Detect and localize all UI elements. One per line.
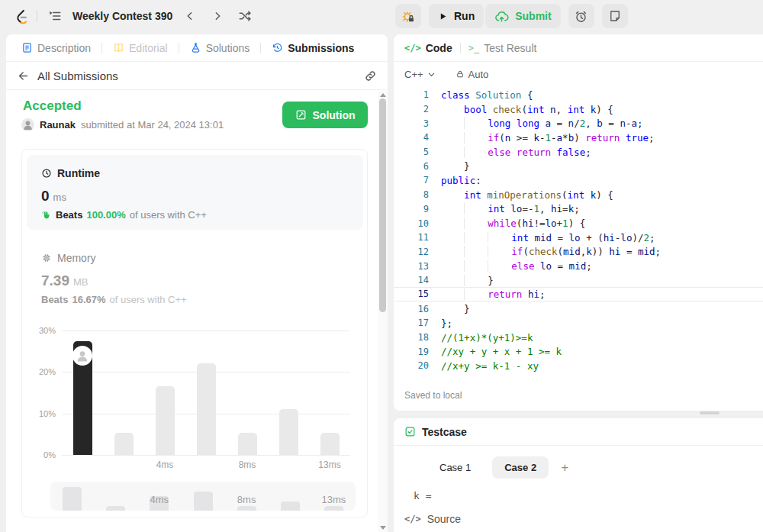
runtime-distribution-minichart[interactable]: 4ms8ms13ms: [50, 482, 356, 511]
case-2-tab[interactable]: Case 2: [492, 456, 549, 479]
auto-format-toggle[interactable]: Auto: [456, 69, 489, 80]
chart-gridline: [62, 330, 350, 331]
distribution-bar[interactable]: [114, 433, 134, 455]
editorial-icon: [113, 42, 124, 53]
code-line[interactable]: 19//xy + y + x + 1 >= k: [394, 344, 763, 359]
testcase-title: Testcase: [422, 426, 467, 438]
distribution-bar[interactable]: [279, 409, 298, 455]
line-number: 13: [394, 261, 429, 272]
code-editor[interactable]: 1class Solution {2 bool check(int n, int…: [394, 88, 763, 373]
prev-problem-icon[interactable]: [180, 6, 200, 26]
mini-distribution-bar: [237, 506, 256, 511]
line-number: 6: [394, 161, 429, 172]
code-line[interactable]: 20//x+y >= k-1 - xy: [394, 359, 763, 373]
code-line[interactable]: 2 bool check(int n, int k) {: [394, 102, 763, 117]
runtime-beats-suffix: of users with C++: [130, 209, 207, 221]
memory-stat-block[interactable]: Memory 7.39 MB Beats 16.67% of users wit…: [27, 240, 363, 310]
add-case-button[interactable]: +: [558, 460, 571, 476]
contest-title[interactable]: Weekly Contest 390: [72, 10, 172, 22]
tab-submissions[interactable]: Submissions: [267, 39, 359, 57]
code-line[interactable]: 8 int minOperations(int k) {: [394, 188, 763, 202]
code-line[interactable]: 15 return hi;: [394, 287, 763, 302]
line-number: 4: [394, 132, 429, 143]
submissions-history-icon: [272, 42, 283, 53]
runtime-unit: ms: [53, 192, 66, 203]
runtime-stat-block[interactable]: Runtime 0 ms Beats 100.00% of users with…: [27, 155, 363, 230]
distribution-bar[interactable]: [320, 433, 340, 455]
mini-x-axis-label: 4ms: [140, 494, 179, 505]
tab-code[interactable]: </> Code: [404, 42, 452, 54]
code-line[interactable]: 10 while(hi!=lo+1) {: [394, 216, 763, 231]
mini-distribution-bar: [281, 501, 300, 511]
code-line[interactable]: 11 int mid = lo + (hi-lo)/2;: [394, 231, 763, 245]
solution-button-label: Solution: [313, 109, 356, 121]
line-number: 18: [394, 332, 429, 343]
scrollbar-up-arrow[interactable]: [380, 93, 386, 97]
code-icon: </>: [404, 43, 421, 53]
scrollbar-thumb[interactable]: [379, 98, 386, 312]
code-line[interactable]: 12 if(check(mid,k)) hi = mid;: [394, 245, 763, 260]
code-line[interactable]: 17};: [394, 316, 763, 330]
code-line[interactable]: 18//(1+x)*(y+1)>=k: [394, 330, 763, 345]
code-line[interactable]: 9 int lo=-1, hi=k;: [394, 202, 763, 217]
mini-distribution-bar: [194, 492, 213, 511]
case-1-tab[interactable]: Case 1: [427, 456, 483, 479]
back-arrow-icon[interactable]: [17, 69, 30, 82]
notes-icon[interactable]: [602, 4, 628, 28]
code-line[interactable]: 16 }: [394, 301, 763, 316]
distribution-bar[interactable]: [238, 433, 257, 455]
source-button[interactable]: </> Source: [404, 513, 461, 525]
shuffle-icon[interactable]: [235, 6, 255, 26]
code-line[interactable]: 4 if(n >= k-1-a*b) return true;: [394, 131, 763, 145]
scrollbar-down-arrow[interactable]: [380, 526, 386, 530]
code-line[interactable]: 3 long long a = n/2, b = n-a;: [394, 116, 763, 131]
tab-editorial[interactable]: Editorial: [108, 39, 172, 57]
all-submissions-title[interactable]: All Submissions: [37, 69, 356, 82]
memory-beats-percent: 16.67%: [72, 294, 105, 305]
mini-x-axis-label: 8ms: [227, 494, 266, 505]
submit-button-label: Submit: [515, 10, 551, 22]
line-number: 3: [394, 118, 429, 129]
tab-submissions-label: Submissions: [288, 42, 354, 54]
celebrate-hand-icon: [41, 210, 52, 221]
distribution-bar[interactable]: [156, 386, 175, 455]
code-line[interactable]: 14 }: [394, 273, 763, 288]
tab-test-result[interactable]: >_ Test Result: [468, 42, 537, 54]
runtime-value: 0: [41, 188, 50, 205]
language-select[interactable]: C++: [404, 69, 436, 80]
tab-solutions[interactable]: Solutions: [185, 39, 255, 57]
author-name[interactable]: Raunak: [40, 119, 76, 131]
tab-solutions-label: Solutions: [206, 42, 250, 54]
distribution-bar[interactable]: [197, 363, 216, 455]
left-panel-scrollbar[interactable]: [378, 91, 388, 532]
code-line[interactable]: 1class Solution {: [394, 88, 763, 102]
leetcode-logo[interactable]: [12, 7, 29, 25]
auto-format-label: Auto: [468, 69, 489, 80]
line-number: 8: [394, 189, 429, 200]
testcase-panel: Testcase Case 1 Case 2 + k = </> Source: [394, 418, 763, 532]
timer-icon[interactable]: [568, 4, 594, 28]
code-line[interactable]: 13 else lo = mid;: [394, 259, 763, 273]
problem-tabs: Description Editorial Solutions Submissi…: [6, 34, 388, 62]
mini-x-axis-label: 13ms: [314, 494, 353, 505]
avatar[interactable]: [21, 118, 34, 131]
editor-tabs: </> Code >_ Test Result: [394, 34, 763, 62]
post-solution-button[interactable]: Solution: [282, 102, 368, 128]
tab-editorial-label: Editorial: [129, 42, 168, 54]
x-axis-tick-label: 13ms: [311, 459, 349, 470]
panel-resize-handle[interactable]: [700, 411, 720, 414]
line-number: 11: [394, 232, 429, 243]
memory-unit: MB: [73, 276, 89, 288]
tab-description[interactable]: Description: [17, 39, 95, 57]
line-number: 5: [394, 147, 429, 157]
memory-value: 7.39: [41, 272, 69, 289]
code-line[interactable]: 7public:: [394, 173, 763, 188]
code-line[interactable]: 6 }: [394, 159, 763, 173]
copy-link-icon[interactable]: [364, 69, 377, 82]
run-button[interactable]: Run: [429, 4, 484, 28]
next-problem-icon[interactable]: [208, 6, 227, 26]
submit-button[interactable]: Submit: [485, 4, 560, 28]
problem-list-icon[interactable]: [45, 6, 65, 26]
code-line[interactable]: 5 else return false;: [394, 145, 763, 160]
debugger-locked-button[interactable]: [395, 4, 421, 28]
